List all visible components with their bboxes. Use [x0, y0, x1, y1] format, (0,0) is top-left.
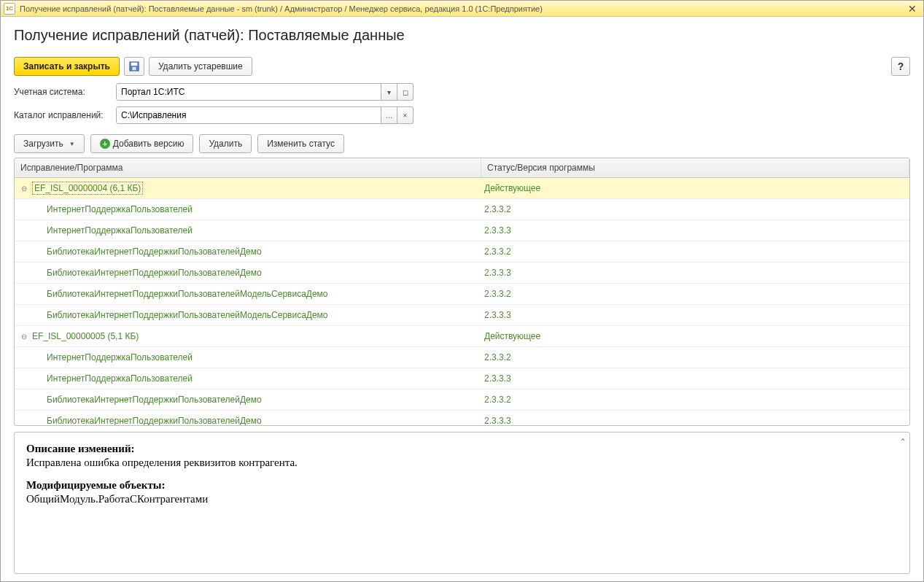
page-title: Получение исправлений (патчей): Поставля…	[14, 27, 910, 44]
browse-icon[interactable]: …	[381, 106, 397, 124]
row-status: 2.3.3.2	[481, 204, 909, 214]
grid-header-col2[interactable]: Статус/Версия программы	[481, 158, 909, 177]
app-icon: 1C	[4, 3, 15, 15]
table-row[interactable]: БиблиотекаИнтернетПоддержкиПользователей…	[15, 305, 909, 326]
row-label: EF_ISL_00000005 (5,1 КБ)	[32, 331, 139, 341]
desc-text-changes: Исправлена ошибка определения реквизитов…	[26, 457, 898, 469]
patches-grid: Исправление/Программа Статус/Версия прог…	[14, 158, 910, 426]
row-label: ИнтернетПоддержкаПользователей	[47, 373, 193, 384]
row-label: БиблиотекаИнтернетПоддержкиПользователей…	[47, 247, 262, 257]
account-system-input[interactable]	[116, 83, 381, 101]
row-label: БиблиотекаИнтернетПоддержкиПользователей…	[47, 310, 328, 320]
window-titlebar: 1C Получение исправлений (патчей): Поста…	[1, 1, 923, 17]
change-status-button[interactable]: Изменить статус	[257, 134, 344, 153]
expander-icon[interactable]: ⊖	[19, 183, 29, 193]
description-panel: ⌃ Описание изменений: Исправлена ошибка …	[14, 432, 910, 574]
grid-body[interactable]: ⊖EF_ISL_00000004 (6,1 КБ)ДействующееИнте…	[15, 178, 909, 425]
add-version-button[interactable]: + Добавить версию	[90, 134, 194, 153]
expander-icon[interactable]: ⊖	[19, 331, 29, 341]
row-status: Действующее	[481, 331, 909, 341]
close-icon[interactable]: ✕	[904, 2, 920, 15]
help-button[interactable]: ?	[891, 57, 910, 76]
clear-icon[interactable]: ×	[397, 106, 414, 124]
desc-heading-objects: Модифицируемые объекты:	[26, 479, 898, 492]
chevron-down-icon: ▼	[69, 141, 75, 147]
table-row[interactable]: БиблиотекаИнтернетПоддержкиПользователей…	[15, 263, 909, 284]
grid-header-col1[interactable]: Исправление/Программа	[15, 158, 481, 177]
table-row[interactable]: ИнтернетПоддержкаПользователей2.3.3.3	[15, 220, 909, 241]
row-status: 2.3.3.3	[481, 416, 909, 425]
row-status: 2.3.3.2	[481, 247, 909, 257]
load-label: Загрузить	[23, 139, 63, 149]
delete-button[interactable]: Удалить	[199, 134, 252, 153]
open-external-icon[interactable]: ◻	[397, 83, 414, 101]
row-label: ИнтернетПоддержкаПользователей	[47, 352, 193, 362]
save-button[interactable]	[124, 57, 144, 76]
table-row[interactable]: ⊖EF_ISL_00000004 (6,1 КБ)Действующее	[15, 178, 909, 199]
window-title: Получение исправлений (патчей): Поставля…	[20, 4, 904, 13]
row-label: БиблиотекаИнтернетПоддержкиПользователей…	[47, 289, 328, 299]
row-status: 2.3.3.2	[481, 395, 909, 405]
desc-heading-changes: Описание изменений:	[26, 443, 898, 455]
row-status: 2.3.3.2	[481, 289, 909, 299]
svg-rect-2	[132, 67, 136, 70]
desc-text-objects: ОбщийМодуль.РаботаСКонтрагентами	[26, 493, 898, 505]
grid-header: Исправление/Программа Статус/Версия прог…	[15, 158, 909, 178]
row-status: 2.3.3.3	[481, 310, 909, 320]
table-row[interactable]: БиблиотекаИнтернетПоддержкиПользователей…	[15, 411, 909, 425]
row-label: EF_ISL_00000004 (6,1 КБ)	[32, 182, 143, 195]
row-status: 2.3.3.2	[481, 352, 909, 362]
catalog-label: Каталог исправлений:	[14, 110, 110, 120]
row-label: БиблиотекаИнтернетПоддержкиПользователей…	[47, 395, 262, 405]
row-status: 2.3.3.3	[481, 225, 909, 236]
scroll-up-icon[interactable]: ⌃	[899, 437, 906, 447]
row-label: ИнтернетПоддержкаПользователей	[47, 204, 193, 214]
table-row[interactable]: ИнтернетПоддержкаПользователей2.3.3.3	[15, 368, 909, 389]
save-icon	[129, 61, 139, 71]
dropdown-icon[interactable]: ▾	[381, 83, 397, 101]
table-row[interactable]: ⊖EF_ISL_00000005 (5,1 КБ)Действующее	[15, 326, 909, 347]
table-row[interactable]: ИнтернетПоддержкаПользователей2.3.3.2	[15, 347, 909, 368]
row-label: БиблиотекаИнтернетПоддержкиПользователей…	[47, 416, 262, 425]
row-status: 2.3.3.3	[481, 268, 909, 278]
add-version-label: Добавить версию	[113, 139, 185, 149]
row-label: БиблиотекаИнтернетПоддержкиПользователей…	[47, 268, 262, 278]
plus-icon: +	[100, 139, 110, 149]
load-button[interactable]: Загрузить ▼	[14, 134, 85, 153]
row-label: ИнтернетПоддержкаПользователей	[47, 225, 193, 236]
table-row[interactable]: БиблиотекаИнтернетПоддержкиПользователей…	[15, 241, 909, 263]
save-close-button[interactable]: Записать и закрыть	[14, 57, 120, 76]
account-system-label: Учетная система:	[14, 87, 110, 97]
row-status: 2.3.3.3	[481, 373, 909, 384]
table-row[interactable]: ИнтернетПоддержкаПользователей2.3.3.2	[15, 199, 909, 220]
row-status: Действующее	[481, 183, 909, 193]
svg-rect-1	[131, 63, 138, 66]
catalog-input[interactable]	[116, 106, 381, 124]
delete-old-button[interactable]: Удалить устаревшие	[149, 57, 252, 76]
table-row[interactable]: БиблиотекаИнтернетПоддержкиПользователей…	[15, 389, 909, 411]
table-row[interactable]: БиблиотекаИнтернетПоддержкиПользователей…	[15, 284, 909, 305]
